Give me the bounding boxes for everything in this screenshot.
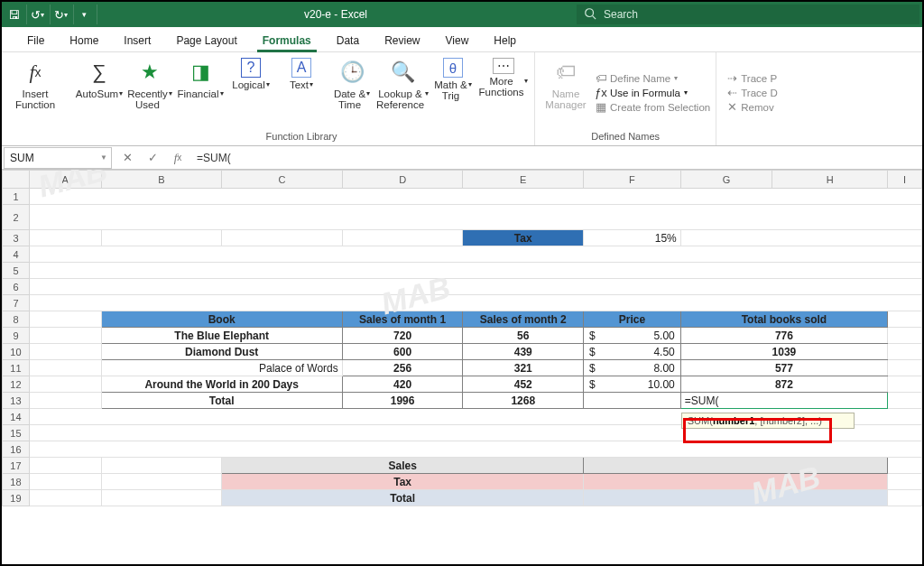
logical-button[interactable]: ?Logical▾ [226, 56, 276, 129]
autosum-button[interactable]: ∑AutoSum▾ [74, 56, 125, 129]
lookup-button[interactable]: 🔍Lookup & Reference▾ [377, 56, 428, 129]
row-header[interactable]: 8 [3, 311, 30, 328]
row-header[interactable]: 13 [3, 393, 30, 409]
cell-empty[interactable] [584, 393, 681, 409]
row-header[interactable]: 2 [3, 205, 30, 230]
col-header[interactable]: C [222, 171, 343, 189]
col-header[interactable]: F [584, 171, 681, 189]
cell-total[interactable]: 872 [680, 376, 887, 393]
math-button[interactable]: θMath & Trig▾ [428, 56, 478, 129]
cell-s1[interactable]: 256 [342, 360, 463, 376]
header-price[interactable]: Price [584, 311, 681, 328]
tab-file[interactable]: File [14, 29, 57, 51]
date-time-button[interactable]: 🕒Date & Time▾ [327, 56, 377, 129]
qat-more-icon[interactable]: ▾ [76, 5, 97, 24]
insert-function-button[interactable]: fx Insert Function [7, 56, 63, 129]
cell-s1[interactable]: 600 [342, 344, 463, 360]
col-header[interactable]: D [342, 171, 463, 189]
editing-cell[interactable]: =SUM( SUM(number1, [number2], ...) [680, 393, 887, 409]
undo-icon[interactable]: ↺▾ [29, 5, 51, 24]
search-input[interactable]: Search [577, 5, 919, 24]
cell-price[interactable]: $5.00 [584, 328, 681, 344]
save-icon[interactable]: 🖫 [5, 5, 27, 24]
create-from-selection-button: ▦Create from Selection [595, 101, 710, 114]
name-box[interactable]: SUM▼ [4, 147, 112, 169]
tax-row-label[interactable]: Tax [222, 474, 584, 490]
cell-price[interactable]: $10.00 [584, 376, 681, 393]
formula-input[interactable]: =SUM( [188, 147, 922, 169]
cell-book[interactable]: The Blue Elephant [101, 328, 342, 344]
tab-help[interactable]: Help [481, 29, 529, 51]
cell-s2[interactable]: 56 [463, 328, 584, 344]
cell-s1[interactable]: 420 [342, 376, 463, 393]
row-header[interactable]: 12 [3, 376, 30, 393]
chevron-down-icon[interactable]: ▼ [100, 153, 107, 162]
row-header[interactable]: 4 [3, 246, 30, 263]
cell-s2[interactable]: 452 [463, 376, 584, 393]
text-button[interactable]: AText▾ [276, 56, 327, 129]
cell-s2[interactable]: 439 [463, 344, 584, 360]
total-row-label[interactable]: Total [222, 490, 584, 506]
header-sales1[interactable]: Sales of month 1 [342, 311, 463, 328]
sales-label[interactable]: Sales [222, 458, 584, 474]
cell-s2[interactable]: 321 [463, 360, 584, 376]
col-header[interactable]: E [463, 171, 584, 189]
redo-icon[interactable]: ↻▾ [52, 5, 74, 24]
col-header[interactable]: B [101, 171, 222, 189]
row-header[interactable]: 16 [3, 441, 30, 458]
spreadsheet[interactable]: A B C D E F G H I 1 2 3 Tax 15% 4 5 6 7 … [2, 170, 922, 506]
cell-total-s2[interactable]: 1268 [463, 393, 584, 409]
fx-button[interactable]: fx [168, 148, 188, 168]
cell-book[interactable]: Palace of Words [101, 360, 342, 376]
header-sales2[interactable]: Sales of month 2 [463, 311, 584, 328]
cell-total[interactable]: 1039 [680, 344, 887, 360]
use-in-formula-button[interactable]: ƒxUse in Formula ▾ [595, 87, 710, 99]
cell-price[interactable]: $4.50 [584, 344, 681, 360]
cell-total[interactable]: 776 [680, 328, 887, 344]
cell-total-label[interactable]: Total [101, 393, 342, 409]
financial-button[interactable]: ◨Financial▾ [175, 56, 226, 129]
tab-home[interactable]: Home [57, 29, 111, 51]
cell-price[interactable]: $8.00 [584, 360, 681, 376]
row-header[interactable]: 10 [3, 344, 30, 360]
row-header[interactable]: 18 [3, 474, 30, 490]
sales-value[interactable] [584, 458, 888, 474]
select-all-corner[interactable] [3, 171, 30, 189]
cell-total[interactable]: 577 [680, 360, 887, 376]
col-header[interactable]: G [680, 171, 772, 189]
col-header[interactable]: A [29, 171, 101, 189]
tab-insert[interactable]: Insert [111, 29, 163, 51]
tax-row-value[interactable] [584, 474, 888, 490]
tab-formulas[interactable]: Formulas [250, 29, 324, 51]
header-book[interactable]: Book [101, 311, 342, 328]
row-header[interactable]: 7 [3, 295, 30, 311]
cancel-formula-button[interactable]: ✕ [117, 148, 137, 168]
col-header[interactable]: H [772, 171, 888, 189]
tab-data[interactable]: Data [324, 29, 372, 51]
more-functions-button[interactable]: ⋯More Functions▾ [478, 56, 529, 129]
tab-review[interactable]: Review [372, 29, 432, 51]
row-header[interactable]: 11 [3, 360, 30, 376]
row-header[interactable]: 14 [3, 409, 30, 425]
tab-view[interactable]: View [433, 29, 482, 51]
total-row-value[interactable] [584, 490, 888, 506]
tab-page-layout[interactable]: Page Layout [163, 29, 249, 51]
enter-formula-button[interactable]: ✓ [143, 148, 162, 168]
recently-used-button[interactable]: ★Recently Used▾ [125, 56, 175, 129]
row-header[interactable]: 15 [3, 425, 30, 441]
cell-book[interactable]: Diamond Dust [101, 344, 342, 360]
cell-book[interactable]: Around the World in 200 Days [101, 376, 342, 393]
cell-s1[interactable]: 720 [342, 328, 463, 344]
row-header[interactable]: 17 [3, 458, 30, 474]
tax-value-cell[interactable]: 15% [584, 230, 681, 246]
header-total[interactable]: Total books sold [680, 311, 887, 328]
row-header[interactable]: 6 [3, 279, 30, 295]
col-header[interactable]: I [888, 171, 922, 189]
tax-label-cell[interactable]: Tax [463, 230, 584, 246]
row-header[interactable]: 5 [3, 263, 30, 279]
row-header[interactable]: 9 [3, 328, 30, 344]
row-header[interactable]: 1 [3, 189, 30, 205]
row-header[interactable]: 3 [3, 230, 30, 246]
row-header[interactable]: 19 [3, 490, 30, 506]
cell-total-s1[interactable]: 1996 [342, 393, 463, 409]
